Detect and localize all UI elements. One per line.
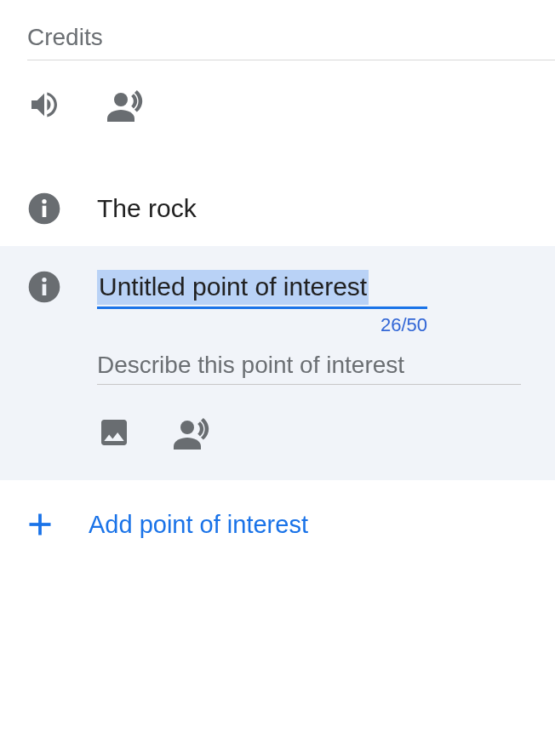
svg-rect-2 (43, 206, 47, 217)
credits-icon-row (27, 60, 555, 171)
poi-title-field[interactable]: Untitled point of interest 26/50 (97, 270, 521, 336)
add-poi-label: Add point of interest (89, 511, 308, 539)
svg-rect-5 (43, 284, 47, 295)
credits-section: Credits (0, 0, 555, 171)
add-poi-button[interactable]: Add point of interest (0, 480, 555, 570)
poi-item-title: The rock (97, 194, 197, 223)
plus-icon (27, 512, 53, 537)
field-underline-active (97, 306, 427, 309)
editor-panel: Credits The rock (0, 0, 555, 756)
svg-point-7 (180, 421, 194, 434)
info-icon (27, 270, 61, 304)
poi-item[interactable]: The rock (0, 171, 555, 246)
info-icon (27, 192, 61, 226)
voiceover-icon[interactable] (106, 88, 146, 122)
volume-icon[interactable] (27, 88, 61, 122)
svg-point-6 (42, 278, 46, 282)
image-icon[interactable] (97, 415, 131, 450)
credits-field-label[interactable]: Credits (27, 24, 555, 60)
card-icon-row (97, 415, 521, 450)
poi-title-char-count: 26/50 (97, 314, 427, 336)
poi-description-field[interactable]: Describe this point of interest (97, 352, 521, 385)
svg-point-0 (114, 93, 128, 106)
poi-description-placeholder: Describe this point of interest (97, 352, 404, 378)
poi-title-input[interactable]: Untitled point of interest (97, 270, 369, 305)
voiceover-icon[interactable] (172, 415, 213, 450)
svg-point-3 (42, 199, 46, 203)
poi-fields: Untitled point of interest 26/50 Describ… (97, 270, 521, 450)
poi-editing-card: Untitled point of interest 26/50 Describ… (0, 246, 555, 480)
